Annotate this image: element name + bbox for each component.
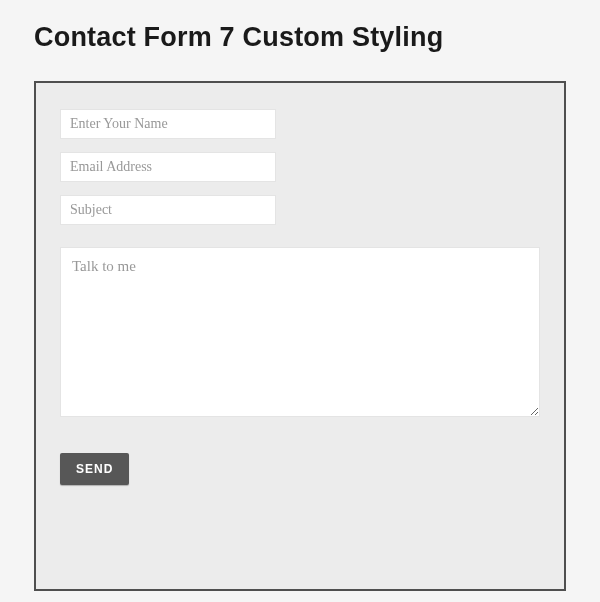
contact-form-container: SEND (34, 81, 566, 591)
page-title: Contact Form 7 Custom Styling (34, 22, 566, 53)
send-button[interactable]: SEND (60, 453, 129, 485)
email-input[interactable] (60, 152, 276, 182)
subject-input[interactable] (60, 195, 276, 225)
name-input[interactable] (60, 109, 276, 139)
message-textarea[interactable] (60, 247, 540, 417)
